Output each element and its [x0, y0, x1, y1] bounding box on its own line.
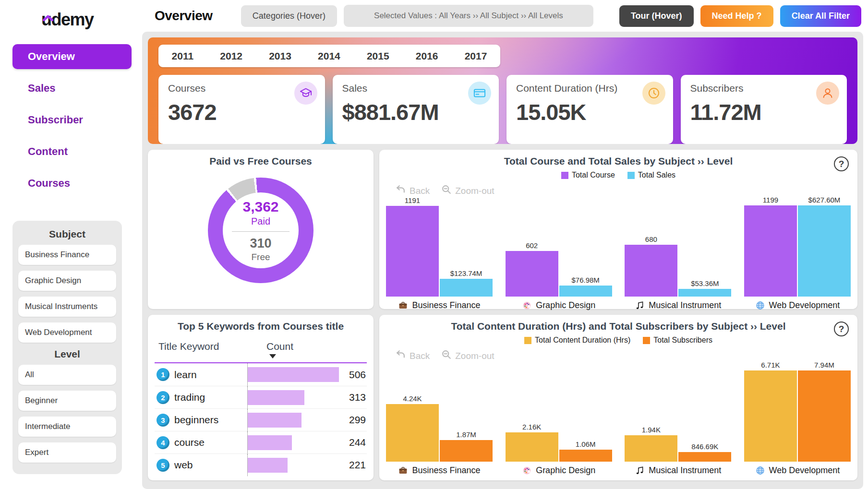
bar-total-sales[interactable]: [559, 286, 612, 297]
bar-total-sales[interactable]: [440, 279, 493, 297]
bar-value-label: $53.36M: [691, 279, 719, 287]
legend-swatch-icon: [627, 172, 635, 179]
category-label-musical-instrument: Musical Instrument: [635, 465, 721, 476]
keyword-text: course: [174, 437, 247, 448]
help-icon[interactable]: ?: [834, 156, 849, 171]
level-filter-expert[interactable]: Expert: [18, 442, 116, 463]
bar-total-subscribers[interactable]: [440, 440, 493, 462]
legend-item-total-course[interactable]: Total Course: [561, 171, 615, 179]
category-name: Business Finance: [412, 300, 480, 310]
year-tab-2016[interactable]: 2016: [411, 48, 443, 64]
bar-total-subscribers[interactable]: [559, 450, 612, 462]
app-root: udemy OverviewSalesSubscriberContentCour…: [0, 0, 868, 489]
categories-hover-button[interactable]: Categories (Hover): [241, 5, 337, 27]
legend-label: Total Content Duration (Hrs): [535, 336, 630, 345]
year-tab-2014[interactable]: 2014: [313, 48, 345, 64]
level-filter-all[interactable]: All: [18, 365, 116, 385]
bar-total-sales[interactable]: [678, 289, 731, 297]
keyword-bar[interactable]: [248, 390, 304, 405]
bar-value-label: 602: [526, 241, 538, 250]
legend-item-total-content-duration-hrs[interactable]: Total Content Duration (Hrs): [524, 336, 630, 345]
keyword-bar-zone: 506: [247, 363, 367, 386]
level-filter-beginner[interactable]: Beginner: [18, 391, 116, 411]
music-note-icon: [635, 465, 645, 476]
bars: 2.16K1.06M: [506, 358, 612, 462]
bar-wrap: $76.98M: [559, 193, 612, 297]
chart2-legend: Total Content Duration (Hrs)Total Subscr…: [379, 336, 857, 345]
bars: 4.24K1.87M: [386, 358, 493, 462]
level-filter-intermediate[interactable]: Intermediate: [18, 417, 116, 437]
sidebar-item-courses[interactable]: Courses: [12, 171, 132, 196]
subject-filter-web-development[interactable]: Web Development: [18, 322, 116, 343]
keyword-bar-zone: 244: [247, 431, 367, 453]
bar-total-subscribers[interactable]: [798, 370, 851, 462]
rank-badge: 1: [157, 368, 169, 381]
year-tab-2013[interactable]: 2013: [264, 48, 296, 64]
bar-total-content-duration-hrs[interactable]: [506, 432, 558, 462]
kpi-label: Sales: [342, 83, 490, 94]
legend-item-total-subscribers[interactable]: Total Subscribers: [643, 336, 712, 345]
year-tab-2015[interactable]: 2015: [362, 48, 394, 64]
bar-total-subscribers[interactable]: [678, 452, 731, 462]
year-tab-2017[interactable]: 2017: [460, 48, 492, 64]
legend-item-total-sales[interactable]: Total Sales: [627, 171, 675, 179]
bar-group-musical-instrument: 1.94K846.69KMusical Instrument: [625, 358, 731, 476]
category-label-graphic-design: Graphic Design: [522, 300, 595, 310]
subject-filter-graphic-design[interactable]: Graphic Design: [18, 271, 116, 291]
kpi-value: 11.72M: [690, 99, 838, 125]
keywords-title: Top 5 Keywords from Courses title: [148, 315, 374, 332]
sidebar-item-sales[interactable]: Sales: [12, 76, 132, 101]
clock-icon: [642, 82, 665, 105]
bar-total-content-duration-hrs[interactable]: [744, 370, 797, 462]
column-count[interactable]: Count: [266, 341, 293, 358]
bar-total-content-duration-hrs[interactable]: [625, 435, 677, 462]
clear-all-filter-button[interactable]: Clear All Filter: [780, 5, 861, 27]
bar-group-web-development: 6.71K7.94MWeb Development: [744, 358, 851, 476]
topbar: Overview Categories (Hover) Selected Val…: [142, 0, 868, 32]
keyword-text: learn: [174, 369, 247, 381]
palette-icon: [522, 300, 532, 310]
sidebar-item-subscriber[interactable]: Subscriber: [12, 107, 132, 132]
paid-free-donut[interactable]: 3,362 Paid 310 Free: [208, 178, 313, 283]
bar-total-course[interactable]: [625, 245, 677, 297]
bars: 1199$627.60M: [744, 193, 851, 297]
subject-filter-musical-instruments[interactable]: Musical Instruments: [18, 297, 116, 317]
udemy-caret-icon: [43, 5, 53, 25]
keyword-row-course[interactable]: 4course244: [155, 431, 367, 453]
column-title-keyword[interactable]: Title Keyword: [158, 341, 266, 352]
keyword-bar[interactable]: [248, 413, 301, 428]
year-tab-2012[interactable]: 2012: [215, 48, 247, 64]
kpi-card-courses: Courses3672: [158, 75, 325, 144]
sidebar-item-overview[interactable]: Overview: [12, 44, 132, 69]
bar-total-course[interactable]: [506, 251, 558, 297]
help-icon[interactable]: ?: [834, 322, 849, 336]
bar-wrap: 680: [625, 193, 677, 297]
subject-filter-business-finance[interactable]: Business Finance: [18, 245, 116, 265]
sidebar-item-content[interactable]: Content: [12, 139, 132, 164]
graduation-cap-icon: [294, 82, 317, 105]
keyword-row-web[interactable]: 5web221: [155, 453, 367, 476]
keyword-bar-zone: 313: [247, 386, 367, 408]
dashboard-content: 2011201220132014201520162017 Courses3672…: [142, 32, 863, 489]
keyword-row-beginners[interactable]: 3beginners299: [155, 408, 367, 431]
keyword-text: web: [174, 459, 247, 471]
bar-total-course[interactable]: [386, 206, 439, 297]
keyword-text: beginners: [174, 414, 247, 426]
bar-total-sales[interactable]: [798, 205, 851, 297]
keyword-row-learn[interactable]: 1learn506: [155, 363, 367, 386]
keyword-bar[interactable]: [248, 435, 292, 450]
chart1-legend: Total CourseTotal Sales: [379, 171, 857, 179]
year-tab-2011[interactable]: 2011: [167, 48, 199, 64]
tour-hover-button[interactable]: Tour (Hover): [619, 5, 694, 27]
need-help-button[interactable]: Need Help ?: [700, 5, 773, 27]
bar-value-label: 1.87M: [456, 430, 476, 439]
category-label-web-development: Web Development: [755, 300, 840, 310]
bar-value-label: 7.94M: [814, 361, 834, 369]
bar-total-course[interactable]: [744, 205, 797, 297]
keyword-bar[interactable]: [248, 458, 288, 473]
subject-filter-list: Business FinanceGraphic DesignMusical In…: [18, 245, 116, 343]
bar-total-content-duration-hrs[interactable]: [386, 404, 439, 462]
cards-grid: Paid vs Free Courses 3,362 Paid 310 Free: [148, 150, 857, 480]
keyword-row-trading[interactable]: 2trading313: [155, 386, 367, 408]
keyword-bar[interactable]: [248, 367, 339, 382]
